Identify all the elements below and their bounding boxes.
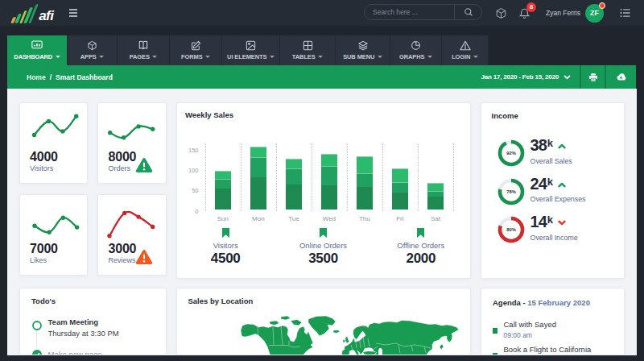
forms-icon bbox=[191, 40, 201, 51]
income-label: Overall Expenses bbox=[530, 195, 586, 203]
ribbon-icon bbox=[320, 228, 327, 238]
caret-down-icon bbox=[473, 56, 478, 58]
chevron-up-icon bbox=[558, 143, 566, 149]
download-button[interactable] bbox=[606, 65, 636, 89]
income-card: Income 92%38kOverall Sales78%24kOverall … bbox=[481, 102, 625, 279]
nav-tab-label: TABLES bbox=[292, 53, 323, 60]
agenda-date: 15 February 2020 bbox=[527, 298, 590, 307]
income-label: Overall Income bbox=[530, 234, 578, 242]
nav-tab-label: FORMS bbox=[181, 53, 210, 60]
search-icon[interactable] bbox=[455, 7, 481, 17]
bar-sun[interactable] bbox=[215, 171, 231, 210]
warning-triangle-icon bbox=[135, 157, 153, 172]
todo-subtitle: Thursday at 3:30 PM bbox=[48, 329, 119, 338]
stat-cards-grid: 4000Visitors8000Orders7000Likes3000Revie… bbox=[19, 102, 167, 276]
nav-tab-sub-menu[interactable]: SUB MENU bbox=[336, 35, 390, 65]
agenda-item[interactable]: Book a Flight to California bbox=[493, 345, 592, 354]
stat-value: 7000 bbox=[30, 242, 58, 256]
chevron-up-icon bbox=[558, 182, 566, 188]
top-header: afi 8 Zyan Ferris ZF bbox=[0, 0, 644, 26]
sub-menu-icon bbox=[357, 40, 369, 51]
income-value: 38k bbox=[530, 139, 572, 151]
sparkline-chart bbox=[20, 195, 89, 242]
y-axis-tick: 150 bbox=[178, 146, 199, 153]
income-value: 24k bbox=[530, 178, 586, 190]
legend-item-visitors: Visitors4500 bbox=[177, 228, 275, 267]
bar-tue[interactable] bbox=[286, 159, 302, 210]
nav-tab-label: UI ELEMENTS bbox=[227, 53, 275, 60]
income-label: Overall Sales bbox=[530, 157, 572, 165]
nav-tab-label: SUB MENU bbox=[343, 53, 382, 60]
stat-card-likes: 7000Likes bbox=[19, 194, 89, 276]
chevron-down-icon bbox=[558, 220, 566, 226]
stat-value: 8000 bbox=[109, 150, 137, 164]
bar-fri[interactable] bbox=[392, 168, 408, 210]
settings-list-icon[interactable] bbox=[620, 8, 630, 18]
printer-icon bbox=[588, 73, 598, 82]
income-title: Income bbox=[492, 111, 518, 120]
sparkline-chart bbox=[20, 103, 89, 150]
legend-value: 4500 bbox=[211, 251, 241, 267]
legend-label: Visitors bbox=[213, 241, 238, 250]
todo-item[interactable]: Team MeetingThursday at 3:30 PM bbox=[32, 317, 119, 338]
todos-card: Todo's Team MeetingThursday at 3:30 PMMa… bbox=[19, 288, 167, 355]
bar-thu[interactable] bbox=[357, 156, 373, 209]
todo-done-icon bbox=[32, 350, 42, 355]
search-input[interactable] bbox=[365, 8, 454, 16]
legend-value: 3500 bbox=[308, 251, 338, 267]
y-axis-tick: 0 bbox=[178, 207, 199, 214]
bar-wed[interactable] bbox=[321, 154, 337, 210]
nav-tab-tables[interactable]: TABLES bbox=[280, 35, 336, 65]
x-axis-label: Thu bbox=[347, 215, 382, 222]
income-row-overall-expenses: 78%24kOverall Expenses bbox=[497, 178, 586, 205]
y-axis-tick: 50 bbox=[178, 187, 199, 194]
caret-down-icon bbox=[427, 56, 432, 58]
print-button[interactable] bbox=[581, 65, 605, 89]
avatar[interactable]: ZF bbox=[585, 4, 604, 23]
dashboard-icon bbox=[31, 40, 43, 51]
nav-tab-pages[interactable]: PAGES bbox=[118, 35, 170, 65]
breadcrumb-separator: / bbox=[50, 73, 52, 81]
legend-item-online-orders: Online Orders3500 bbox=[275, 228, 372, 267]
nav-tab-dashboard[interactable]: DASHBOARD bbox=[7, 35, 68, 65]
income-row-overall-income: 80%14kOverall Income bbox=[497, 216, 578, 243]
x-axis-label: Wed bbox=[312, 215, 347, 222]
todo-item[interactable]: Make new page bbox=[32, 350, 102, 355]
legend-value: 2000 bbox=[407, 251, 436, 267]
agenda-item[interactable]: Call with Sayed09:00 am bbox=[493, 320, 556, 339]
breadcrumb-bar: Home / Smart Dashboard Jan 17, 2020 - Fe… bbox=[7, 65, 636, 89]
caret-down-icon bbox=[378, 56, 382, 58]
date-range-picker[interactable]: Jan 17, 2020 - Feb 15, 2020 bbox=[481, 73, 580, 81]
stat-value: 4000 bbox=[30, 150, 58, 164]
world-map[interactable] bbox=[241, 314, 463, 355]
nav-tab-apps[interactable]: APPS bbox=[68, 35, 118, 65]
apps-cube-icon[interactable] bbox=[495, 7, 507, 19]
stat-card-reviews: 3000Reviews bbox=[97, 194, 167, 276]
stat-value: 3000 bbox=[109, 242, 137, 256]
income-row-overall-sales: 92%38kOverall Sales bbox=[497, 139, 572, 167]
todo-title: Make new page bbox=[48, 350, 102, 355]
breadcrumb: Home / Smart Dashboard bbox=[27, 73, 113, 81]
donut-chart: 78% bbox=[497, 178, 525, 205]
caret-down-icon bbox=[99, 56, 104, 58]
notifications-bell-icon[interactable]: 8 bbox=[518, 7, 530, 19]
agenda-item-title: Book a Flight to California bbox=[504, 345, 592, 354]
stat-card-orders: 8000Orders bbox=[97, 102, 167, 184]
nav-tab-label: APPS bbox=[80, 53, 105, 60]
sparkline-chart bbox=[98, 103, 167, 150]
nav-tab-login[interactable]: LOGIN bbox=[442, 35, 489, 65]
hamburger-menu-icon[interactable] bbox=[69, 9, 78, 17]
nav-tab-graphs[interactable]: GRAPHS bbox=[390, 35, 442, 65]
bar-sat[interactable] bbox=[427, 183, 444, 210]
logo[interactable]: afi bbox=[10, 3, 54, 23]
nav-tab-forms[interactable]: FORMS bbox=[170, 35, 222, 65]
user-name[interactable]: Zyan Ferris bbox=[546, 9, 580, 17]
login-icon bbox=[460, 40, 471, 51]
bar-mon[interactable] bbox=[250, 147, 266, 209]
donut-percent: 92% bbox=[506, 151, 516, 156]
nav-tab-ui-elements[interactable]: UI ELEMENTS bbox=[222, 35, 280, 65]
todos-title: Todo's bbox=[31, 297, 56, 305]
breadcrumb-home-link[interactable]: Home bbox=[27, 73, 46, 81]
ribbon-icon bbox=[222, 228, 229, 238]
avatar-status-dot bbox=[599, 2, 605, 9]
